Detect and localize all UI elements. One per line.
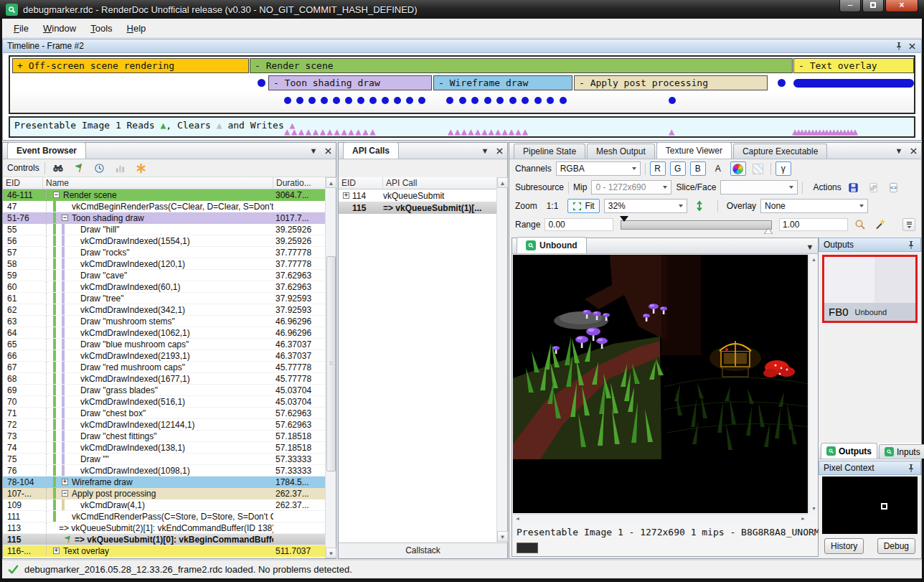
scroll-right-icon[interactable]: ► <box>798 515 808 523</box>
timeline-marker-bar[interactable]: - Text overlay <box>793 58 914 73</box>
table-row[interactable]: 115=> vkQueueSubmit(1)[... <box>339 202 496 214</box>
scroll-up-icon[interactable]: ▲ <box>497 177 508 188</box>
table-row[interactable]: 70vkCmdDrawIndexed(516,1)45.03704 <box>3 396 325 408</box>
expander-icon[interactable]: − <box>53 192 60 198</box>
table-row[interactable]: 60vkCmdDrawIndexed(60,1)37.62963 <box>3 281 325 293</box>
menu-help[interactable]: Help <box>120 20 154 37</box>
bookmark-asterisk-icon[interactable] <box>133 161 149 175</box>
channels-select[interactable]: RGBA <box>556 161 641 176</box>
event-browser-rows[interactable]: 46-111−Render scene3064.7...47vkCmdBegin… <box>3 189 325 558</box>
scroll-up-icon[interactable]: ▲ <box>809 255 819 264</box>
api-table-header[interactable]: EID API Call <box>339 177 496 189</box>
pin-icon[interactable] <box>894 41 904 51</box>
table-row[interactable]: 64vkCmdDrawIndexed(1062,1)46.96296 <box>3 327 325 339</box>
table-row[interactable]: 51-76−Toon shading draw1017.7... <box>3 212 325 224</box>
tab-event-browser[interactable]: Event Browser <box>7 142 86 159</box>
tab-texture-viewer[interactable]: Texture Viewer <box>656 142 732 159</box>
close-icon[interactable] <box>907 41 917 51</box>
checkerboard-backdrop-icon[interactable] <box>750 161 766 176</box>
expander-icon[interactable]: + <box>53 548 60 554</box>
tab-outputs[interactable]: Outputs <box>821 443 877 459</box>
event-browser-scrollbar[interactable]: ▲ ▼ <box>325 177 336 558</box>
texture-vertical-scrollbar[interactable]: ▲ ▼ <box>808 255 818 513</box>
flip-vertical-icon[interactable] <box>692 199 707 213</box>
table-row[interactable]: 63Draw "mushroom stems"46.96296 <box>3 316 325 327</box>
close-icon[interactable] <box>323 146 333 156</box>
table-row[interactable]: 58vkCmdDrawIndexed(120,1)37.77778 <box>3 258 325 270</box>
table-row[interactable]: 78-104+Wireframe draw1784.5... <box>3 477 325 488</box>
history-button[interactable]: History <box>824 538 864 554</box>
zoom-1to1-button[interactable]: 1:1 <box>542 199 564 213</box>
maximize-button[interactable] <box>862 0 884 12</box>
chevron-down-icon[interactable]: ▼ <box>894 146 904 156</box>
table-row[interactable]: 115=> vkQueueSubmit(1)[0]: vkBeginComman… <box>3 534 325 545</box>
column-eid[interactable]: EID <box>3 177 43 189</box>
menu-tools[interactable]: Tools <box>83 20 119 37</box>
range-options-button[interactable] <box>902 218 915 231</box>
menu-window[interactable]: Window <box>36 20 83 37</box>
timeline-marker-bar[interactable]: - Toon shading draw <box>268 75 432 90</box>
expander-icon[interactable]: + <box>343 192 349 199</box>
event-table-header[interactable]: EID Name Duratio... <box>3 177 325 189</box>
table-row[interactable]: 47vkCmdBeginRenderPass(C=Clear, D=Clear,… <box>3 201 325 212</box>
timeline-marker-bar[interactable]: + Off-screen scene rendering <box>12 58 249 73</box>
table-row[interactable]: 69Draw "grass blades"45.03704 <box>3 385 325 396</box>
table-row[interactable]: 56vkCmdDrawIndexed(1554,1)39.25926 <box>3 235 325 247</box>
minimize-button[interactable]: – <box>839 0 861 12</box>
table-row[interactable]: 61Draw "tree"37.92593 <box>3 293 325 304</box>
table-row[interactable]: 46-111−Render scene3064.7... <box>3 189 325 201</box>
time-draws-clock-icon[interactable] <box>92 161 108 175</box>
alpha-channel-button[interactable]: A <box>710 161 726 176</box>
table-row[interactable]: 59Draw "cave"37.62963 <box>3 270 325 281</box>
column-duration[interactable]: Duratio... <box>273 177 325 189</box>
column-eid[interactable]: EID <box>339 177 383 189</box>
close-icon[interactable] <box>908 146 918 156</box>
table-row[interactable]: 65Draw "blue mushroom caps"46.37037 <box>3 339 325 350</box>
table-row[interactable]: 62vkCmdDrawIndexed(342,1)37.92593 <box>3 304 325 316</box>
debug-button[interactable]: Debug <box>877 538 915 554</box>
table-row[interactable]: 111vkCmdEndRenderPass(C=Store, D=Store, … <box>3 511 325 522</box>
range-white-handle[interactable] <box>764 228 773 234</box>
fit-button[interactable]: Fit <box>567 199 599 213</box>
green-channel-button[interactable]: G <box>670 161 686 176</box>
texture-horizontal-scrollbar[interactable]: ◄ ► <box>513 514 808 523</box>
link-icon[interactable] <box>866 180 882 194</box>
table-row[interactable]: 73Draw "chest fittings"57.18518 <box>3 431 325 442</box>
chevron-down-icon[interactable]: ▼ <box>480 146 490 156</box>
table-row[interactable]: 75Draw ""57.33333 <box>3 454 325 465</box>
api-calls-rows[interactable]: +114vkQueueSubmit115=> vkQueueSubmit(1)[… <box>339 189 496 542</box>
tab-inputs[interactable]: Inputs <box>879 444 924 459</box>
range-black-handle[interactable] <box>620 216 628 222</box>
blue-channel-button[interactable]: B <box>690 161 706 176</box>
table-row[interactable]: 57Draw "rocks"37.77778 <box>3 247 325 258</box>
open-code-icon[interactable]: <> <box>886 180 902 194</box>
color-wheel-icon[interactable] <box>730 161 746 176</box>
fb0-thumbnail[interactable]: FB0 Unbound <box>822 255 918 323</box>
mip-select[interactable]: 0 - 1272x690 <box>591 180 671 194</box>
callstack-bar[interactable]: Callstack <box>339 543 507 558</box>
zoom-select[interactable]: 32% <box>604 199 687 213</box>
table-row[interactable]: 74vkCmdDrawIndexed(138,1)57.18518 <box>3 442 325 454</box>
table-row[interactable]: 113=> vkQueueSubmit(2)[1]: vkEndCommandB… <box>3 522 325 534</box>
chevron-down-icon[interactable]: ▼ <box>308 146 319 156</box>
table-row[interactable]: 66vkCmdDrawIndexed(2193,1)46.37037 <box>3 350 325 362</box>
scroll-up-icon[interactable]: ▲ <box>326 177 336 188</box>
table-row[interactable]: 107-...−Apply post processing262.37... <box>3 488 325 499</box>
slice-face-select[interactable] <box>720 180 798 194</box>
timeline-bars[interactable]: + Off-screen scene rendering- Render sce… <box>9 55 915 114</box>
table-row[interactable]: 55Draw "hill"39.25926 <box>3 224 325 235</box>
zoom-range-magnifier-icon[interactable] <box>852 217 868 232</box>
jump-to-event-flag-icon[interactable] <box>71 161 87 175</box>
column-name[interactable]: Name <box>43 177 273 189</box>
table-row[interactable]: +114vkQueueSubmit <box>339 189 496 202</box>
pin-icon[interactable] <box>906 463 916 473</box>
tab-unbound-texture[interactable]: Unbound <box>517 237 587 253</box>
timeline-marker-bar[interactable]: - Render scene <box>250 58 793 73</box>
scrollbar-thumb[interactable] <box>326 256 336 471</box>
table-row[interactable]: 109vkCmdDraw(4,1)262.37... <box>3 499 325 511</box>
table-row[interactable]: 67Draw "red mushroom caps"45.77778 <box>3 362 325 373</box>
scroll-left-icon[interactable]: ◄ <box>513 515 522 523</box>
texture-image[interactable] <box>513 255 808 513</box>
api-calls-scrollbar[interactable]: ▲ ▼ <box>496 177 507 542</box>
tab-mesh-output[interactable]: Mesh Output <box>587 144 655 159</box>
